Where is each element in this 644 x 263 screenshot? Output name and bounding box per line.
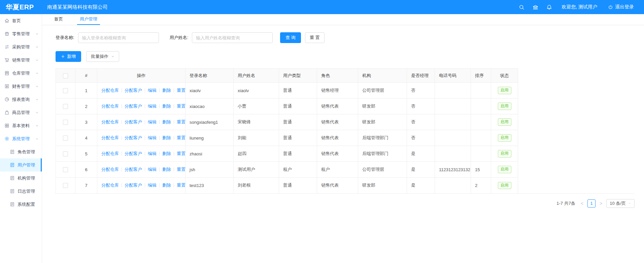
cell-sort: 2	[471, 178, 491, 193]
logout-button[interactable]: 退出登录	[608, 4, 634, 10]
edit-link[interactable]: 编辑	[148, 183, 157, 188]
row-checkbox[interactable]	[63, 104, 68, 109]
status-badge: 启用	[498, 182, 511, 189]
row-checkbox[interactable]	[63, 167, 68, 172]
tab-home[interactable]: 首页	[52, 14, 66, 25]
row-checkbox[interactable]	[63, 183, 68, 188]
sidebar-item-finance[interactable]: 财务管理	[0, 80, 42, 93]
delete-link[interactable]: 删除	[162, 119, 171, 124]
sidebar-item-purchase[interactable]: 采购管理	[0, 40, 42, 53]
assign-customer-link[interactable]: 分配客户	[125, 151, 142, 156]
assign-customer-link[interactable]: 分配客户	[125, 183, 142, 188]
row-checkbox[interactable]	[63, 120, 68, 125]
home-icon	[4, 18, 9, 23]
delete-link[interactable]: 删除	[162, 167, 171, 172]
edit-link[interactable]: 编辑	[148, 135, 157, 140]
assign-warehouse-link[interactable]: 分配仓库	[101, 119, 119, 124]
status-badge: 启用	[498, 87, 511, 94]
cell-user-type: 租户	[279, 162, 317, 178]
page-size-select[interactable]: 10 条/页	[606, 199, 635, 208]
edit-link[interactable]: 编辑	[148, 88, 157, 93]
search-icon[interactable]	[519, 4, 524, 10]
assign-warehouse-link[interactable]: 分配仓库	[101, 151, 119, 156]
login-name-input[interactable]	[78, 32, 159, 43]
sidebar-item-role-mgmt[interactable]: 角色管理	[0, 145, 42, 158]
row-checkbox[interactable]	[63, 88, 68, 93]
link-separator	[122, 167, 122, 172]
sidebar-item-user-mgmt[interactable]: 用户管理	[0, 158, 42, 172]
sidebar-item-org-mgmt[interactable]: 机构管理	[0, 172, 42, 185]
delete-link[interactable]: 删除	[162, 151, 171, 156]
page-content: 登录名称: 用户姓名: 查 询 重 置 新增 批量操作	[42, 25, 644, 208]
reset-password-link[interactable]: 重置密码	[177, 119, 185, 124]
reset-password-link[interactable]: 重置密码	[177, 151, 185, 156]
sidebar-item-label: 商品管理	[12, 110, 30, 116]
sidebar-item-warehouse[interactable]: 仓库管理	[0, 67, 42, 80]
assign-warehouse-link[interactable]: 分配仓库	[101, 88, 119, 93]
assign-warehouse-link[interactable]: 分配仓库	[101, 167, 119, 172]
assign-customer-link[interactable]: 分配客户	[125, 135, 142, 140]
user-name-label: 用户姓名:	[170, 35, 189, 41]
add-user-button[interactable]: 新增	[56, 51, 81, 62]
sidebar-item-label: 仓库管理	[12, 70, 30, 76]
select-all-checkbox[interactable]	[63, 73, 68, 78]
cell-sort	[471, 130, 491, 146]
bank-icon[interactable]	[533, 4, 538, 10]
reset-password-link[interactable]: 重置密码	[177, 135, 185, 140]
sidebar-item-sales[interactable]: 销售管理	[0, 53, 42, 67]
assign-customer-link[interactable]: 分配客户	[125, 167, 142, 172]
prev-page-button[interactable]: <	[580, 201, 584, 206]
sidebar-item-goods[interactable]: 商品管理	[0, 106, 42, 119]
next-page-button[interactable]: >	[599, 201, 603, 206]
row-checkbox[interactable]	[63, 136, 68, 141]
sidebar-item-basic-data[interactable]: 基本资料	[0, 119, 42, 132]
assign-customer-link[interactable]: 分配客户	[125, 104, 142, 109]
assign-warehouse-link[interactable]: 分配仓库	[101, 135, 119, 140]
cell-user-type: 普通	[279, 130, 317, 146]
sidebar-item-system-config[interactable]: 系统配置	[0, 198, 42, 211]
delete-link[interactable]: 删除	[162, 104, 171, 109]
col-phone: 电话号码	[435, 69, 471, 83]
assign-customer-link[interactable]: 分配客户	[125, 88, 142, 93]
sidebar-item-home[interactable]: 首页	[0, 14, 42, 27]
col-login-name: 登录名称	[185, 69, 234, 83]
cell-role: 租户	[317, 162, 358, 178]
reset-password-link[interactable]: 重置密码	[177, 104, 185, 109]
row-checkbox[interactable]	[63, 151, 68, 156]
batch-actions-button[interactable]: 批量操作	[86, 51, 119, 62]
reset-password-link[interactable]: 重置密码	[177, 88, 185, 93]
welcome-user[interactable]: 欢迎您, 测试用户	[562, 4, 597, 10]
user-name-input[interactable]	[192, 32, 273, 43]
cell-login-name: liuneng	[185, 130, 234, 146]
assign-customer-link[interactable]: 分配客户	[125, 119, 142, 124]
edit-link[interactable]: 编辑	[148, 104, 157, 109]
cell-is-manager: 否	[407, 114, 435, 130]
edit-link[interactable]: 编辑	[148, 119, 157, 124]
bell-icon[interactable]	[546, 4, 552, 10]
sidebar: 首页 零售管理 采购管理 销售管理 仓库管理 财务管理	[0, 14, 42, 263]
table-row: 5 分配仓库分配客户编辑删除重置密码 zhaosi 赵四 普通 销售代表 后端管…	[56, 146, 518, 162]
link-separator	[159, 88, 160, 92]
reset-password-link[interactable]: 重置密码	[177, 167, 185, 172]
edit-link[interactable]: 编辑	[148, 151, 157, 156]
tab-user-mgmt[interactable]: 用户管理	[77, 14, 100, 25]
reset-password-link[interactable]: 重置密码	[177, 183, 185, 188]
sidebar-item-reports[interactable]: 报表查询	[0, 93, 42, 106]
delete-link[interactable]: 删除	[162, 183, 171, 188]
assign-warehouse-link[interactable]: 分配仓库	[101, 104, 119, 109]
reset-button[interactable]: 重 置	[305, 32, 325, 43]
link-separator	[174, 136, 174, 140]
cell-sort	[471, 83, 491, 99]
sidebar-item-log-mgmt[interactable]: 日志管理	[0, 185, 42, 198]
delete-link[interactable]: 删除	[162, 135, 171, 140]
delete-link[interactable]: 删除	[162, 88, 171, 93]
edit-link[interactable]: 编辑	[148, 167, 157, 172]
query-button[interactable]: 查 询	[280, 32, 301, 43]
sidebar-item-retail[interactable]: 零售管理	[0, 27, 42, 40]
sidebar-item-system[interactable]: 系统管理	[0, 132, 42, 145]
assign-warehouse-link[interactable]: 分配仓库	[101, 183, 119, 188]
cell-role: 销售代表	[317, 130, 358, 146]
current-page-button[interactable]: 1	[587, 199, 596, 208]
link-separator	[145, 167, 145, 172]
link-separator	[145, 136, 145, 140]
